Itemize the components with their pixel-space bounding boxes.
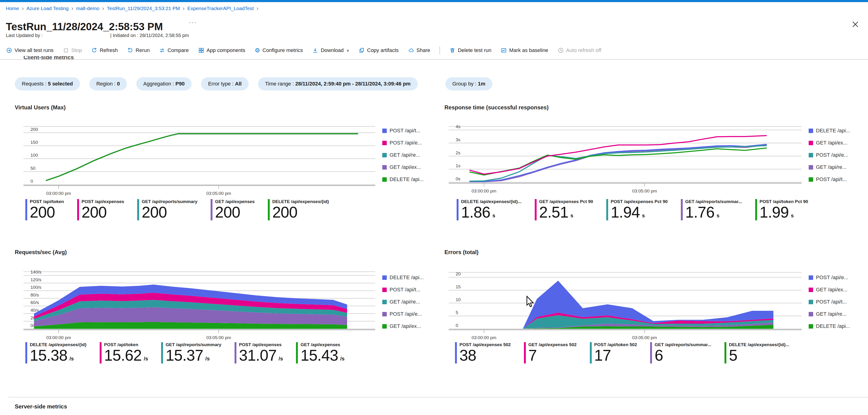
legend-label: GET /api/re... bbox=[390, 299, 420, 305]
filter-pill-aggregation[interactable]: Aggregation : P90 bbox=[136, 77, 192, 91]
svg-text:03:05:00 pm: 03:05:00 pm bbox=[207, 191, 231, 196]
svg-text:140/s: 140/s bbox=[30, 270, 41, 275]
metric-card-post-api-expenses-pct-90: POST /api/expenses Pct 901.94s bbox=[606, 199, 668, 220]
breadcrumb-link-malt-demo[interactable]: malt-demo bbox=[76, 6, 99, 11]
legend-item-post-api-t[interactable]: POST /api/t... bbox=[809, 176, 850, 182]
legend-item-get-api-ex[interactable]: GET /api/ex... bbox=[809, 140, 850, 146]
breadcrumb-link-home[interactable]: Home bbox=[6, 6, 19, 11]
metric-card-color-bar bbox=[211, 199, 213, 220]
chart-metric-cards: POST /api/token200POST /api/expenses200G… bbox=[25, 199, 329, 220]
view-all-test-runs-button[interactable]: View all test runs bbox=[6, 47, 54, 54]
metric-card-value: 1.76s bbox=[685, 204, 742, 220]
close-icon[interactable] bbox=[851, 20, 860, 29]
filter-pill-region[interactable]: Region : 0 bbox=[89, 77, 127, 91]
metric-card-color-bar bbox=[268, 199, 270, 220]
legend-item-post-api-t[interactable]: POST /api/t... bbox=[382, 287, 424, 293]
legend-item-get-api-ex[interactable]: GET /api/ex... bbox=[382, 323, 424, 329]
legend-item-delete-api[interactable]: DELETE /api... bbox=[382, 176, 424, 182]
legend-item-post-api-t[interactable]: POST /api/t... bbox=[382, 128, 424, 134]
filter-pill-group-by[interactable]: Group by : 1m bbox=[445, 77, 493, 91]
legend-item-post-api-e[interactable]: POST /api/e... bbox=[809, 152, 850, 158]
metric-card-delete-api-expenses-id: DELETE /api/expenses/{id}200 bbox=[268, 199, 329, 220]
toolbar-item-label: View all test runs bbox=[14, 47, 54, 54]
legend-item-delete-api[interactable]: DELETE /api... bbox=[809, 128, 850, 134]
rerun-button[interactable]: Rerun bbox=[127, 47, 150, 54]
delete-icon bbox=[450, 47, 456, 54]
metric-card-value: 200 bbox=[215, 204, 255, 220]
metric-card-color-bar bbox=[681, 199, 683, 220]
mark-as-baseline-button[interactable]: Mark as baseline bbox=[501, 47, 548, 54]
metric-card-color-bar bbox=[161, 342, 163, 364]
svg-text:2s: 2s bbox=[456, 150, 460, 155]
compare-icon bbox=[159, 47, 165, 54]
breadcrumb: Home›Azure Load Testing›malt-demo›TestRu… bbox=[6, 6, 258, 11]
copy-artifacts-button[interactable]: Copy artifacts bbox=[359, 47, 399, 54]
legend-item-post-api-e[interactable]: POST /api/e... bbox=[382, 140, 424, 146]
legend-swatch bbox=[382, 287, 387, 292]
legend-item-get-api-ex[interactable]: GET /api/ex... bbox=[809, 287, 850, 293]
svg-text:15: 15 bbox=[456, 284, 461, 289]
section-divider bbox=[8, 397, 868, 397]
legend-item-post-api-e[interactable]: POST /api/e... bbox=[809, 275, 850, 281]
metric-card-post-api-expenses: POST /api/expenses31.07/s bbox=[235, 342, 283, 364]
initiated-on-label: | Initiated on : 28/11/2024, 2:58:55 pm bbox=[110, 33, 189, 38]
metric-card-value: 31.07/s bbox=[239, 347, 283, 364]
filter-pill-error-type[interactable]: Error type : All bbox=[201, 77, 249, 91]
toolbar-item-label: Stop bbox=[71, 47, 82, 54]
legend-item-delete-api[interactable]: DELETE /api... bbox=[382, 275, 424, 281]
legend-label: POST /api/e... bbox=[816, 275, 848, 281]
legend-item-delete-api[interactable]: DELETE /api... bbox=[809, 323, 850, 329]
delete-test-run-button[interactable]: Delete test run bbox=[450, 47, 491, 54]
app-components-button[interactable]: App components bbox=[198, 47, 245, 54]
legend-swatch bbox=[809, 153, 813, 158]
toolbar-item-label: Auto refresh off bbox=[566, 47, 601, 54]
share-icon bbox=[408, 47, 414, 54]
legend-item-get-api-re[interactable]: GET /api/re... bbox=[809, 311, 850, 317]
download-button[interactable]: Download∨ bbox=[312, 47, 349, 54]
legend-item-post-api-t[interactable]: POST /api/t... bbox=[809, 299, 850, 305]
legend-item-get-api-re[interactable]: GET /api/re... bbox=[809, 164, 850, 170]
legend-label: GET /api/ex... bbox=[816, 287, 847, 293]
breadcrumb-link-azure-load-testing[interactable]: Azure Load Testing bbox=[27, 6, 68, 11]
toolbar-separator bbox=[439, 46, 440, 54]
svg-text:60/s: 60/s bbox=[30, 300, 39, 305]
svg-text:10: 10 bbox=[456, 297, 461, 302]
legend-item-get-api-ex[interactable]: GET /api/ex... bbox=[382, 164, 424, 170]
legend-item-post-api-e[interactable]: POST /api/e... bbox=[382, 311, 424, 317]
metric-card-value: 1.86s bbox=[461, 204, 522, 220]
configure-metrics-button[interactable]: ⚙Configure metrics bbox=[255, 47, 303, 54]
app-components-icon bbox=[198, 47, 204, 54]
last-updated-label: Last Updated by : bbox=[6, 33, 43, 38]
chevron-down-icon: ∨ bbox=[346, 48, 349, 53]
filter-pill-time-range[interactable]: Time range : 28/11/2024, 2:59:40 pm - 28… bbox=[258, 77, 417, 91]
legend-item-get-api-re[interactable]: GET /api/re... bbox=[382, 152, 424, 158]
breadcrumb-link-expensetrackerapi-loadtest[interactable]: ExpenseTrackerAPI_LoadTest bbox=[187, 6, 254, 11]
more-options-icon[interactable]: ··· bbox=[189, 19, 197, 26]
legend-item-get-api-re[interactable]: GET /api/re... bbox=[382, 299, 424, 305]
chevron-right-icon: › bbox=[256, 6, 258, 11]
compare-button[interactable]: Compare bbox=[159, 47, 189, 54]
breadcrumb-link-testrun-11-29-2024-3-53-21-pm[interactable]: TestRun_11/29/2024_3:53:21 PM bbox=[107, 6, 180, 11]
metric-card-get-api-expenses-pct-90: GET /api/expenses Pct 902.51s bbox=[535, 199, 593, 220]
filter-value: 28/11/2024, 2:59:40 pm - 28/11/2024, 3:0… bbox=[295, 81, 411, 87]
legend-swatch bbox=[382, 324, 387, 328]
share-button[interactable]: Share bbox=[408, 47, 430, 54]
auto-refresh-off-button: Auto refresh off bbox=[558, 47, 601, 54]
baseline-icon bbox=[501, 47, 507, 54]
metric-card-get-api-reports-summar: GET /api/reports/summar...1.76s bbox=[681, 199, 742, 220]
metric-card-color-bar bbox=[25, 199, 27, 220]
refresh-button[interactable]: Refresh bbox=[91, 47, 118, 54]
metric-card-value: 15.37/s bbox=[165, 347, 221, 364]
chart-title: Errors (total) bbox=[444, 249, 868, 255]
legend-label: DELETE /api... bbox=[816, 323, 850, 329]
legend-label: GET /api/re... bbox=[816, 311, 846, 317]
response-time-chart: Response time (successful responses) 0s1… bbox=[444, 104, 868, 247]
filter-label: Group by : bbox=[453, 81, 478, 87]
metric-card-color-bar bbox=[296, 342, 298, 364]
filter-pill-requests[interactable]: Requests : 5 selected bbox=[15, 77, 80, 91]
toolbar: View all test runsStopRefreshRerunCompar… bbox=[6, 46, 601, 54]
legend-swatch bbox=[809, 129, 813, 133]
metric-card-value: 1.99s bbox=[760, 204, 808, 220]
chart-title: Requests/sec (Avg) bbox=[15, 249, 440, 255]
metric-card-value: 200 bbox=[30, 204, 64, 220]
